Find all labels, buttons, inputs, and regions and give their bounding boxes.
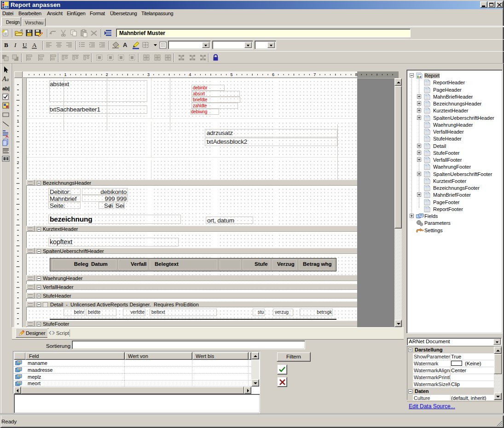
svg-text:A: A	[32, 41, 37, 48]
svg-text:A: A	[2, 76, 6, 82]
svg-text:a: a	[6, 77, 9, 82]
svg-text:2: 2	[106, 72, 108, 77]
svg-text:4: 4	[189, 72, 191, 77]
svg-text:5: 5	[231, 72, 233, 77]
svg-text:7: 7	[313, 72, 316, 77]
svg-text:A: A	[6, 134, 9, 139]
svg-text:B: B	[4, 41, 8, 48]
svg-text:6: 6	[272, 72, 274, 77]
svg-text:1: 1	[64, 72, 66, 77]
svg-text:1: 1	[17, 119, 19, 123]
svg-text:3: 3	[147, 72, 150, 77]
svg-text:ab|: ab|	[2, 86, 10, 91]
svg-text:2: 2	[17, 160, 19, 165]
svg-text:8: 8	[355, 72, 357, 77]
svg-text:A: A	[123, 41, 127, 48]
svg-text:I: I	[14, 41, 17, 48]
svg-text:U: U	[23, 41, 27, 48]
